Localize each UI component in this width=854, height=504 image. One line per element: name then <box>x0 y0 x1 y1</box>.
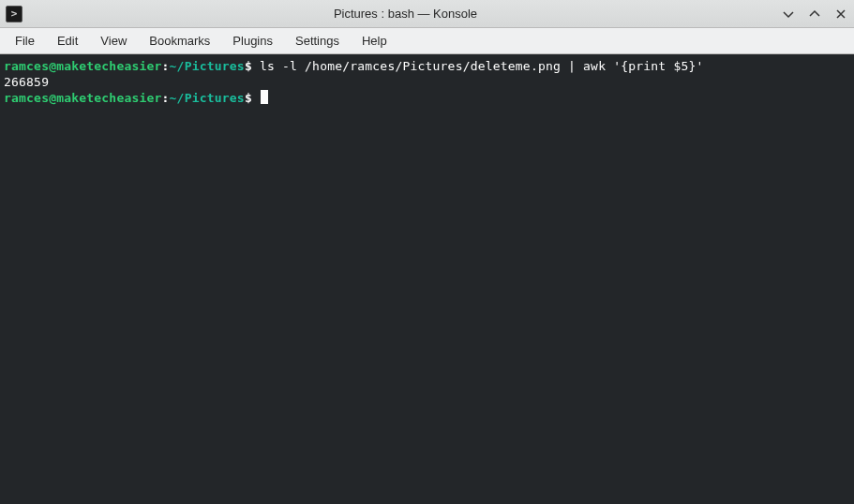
prompt-symbol: $ <box>245 91 252 105</box>
window-controls <box>781 7 848 22</box>
terminal-line: ramces@maketecheasier:~/Pictures$ <box>4 90 850 106</box>
command-text <box>252 59 260 73</box>
terminal-viewport[interactable]: ramces@maketecheasier:~/Pictures$ ls -l … <box>0 54 854 504</box>
menu-help[interactable]: Help <box>351 30 398 52</box>
menu-bookmarks[interactable]: Bookmarks <box>138 30 221 52</box>
prompt-separator: : <box>162 91 170 105</box>
menubar: File Edit View Bookmarks Plugins Setting… <box>0 28 854 54</box>
prompt-path: ~/Pictures <box>170 91 245 105</box>
maximize-button[interactable] <box>807 7 822 22</box>
menu-plugins[interactable]: Plugins <box>221 30 284 52</box>
cursor-icon <box>261 90 268 104</box>
close-button[interactable] <box>833 7 848 22</box>
menu-settings[interactable]: Settings <box>284 30 351 52</box>
minimize-button[interactable] <box>781 7 796 22</box>
terminal-line: ramces@maketecheasier:~/Pictures$ ls -l … <box>4 58 850 74</box>
menu-view[interactable]: View <box>89 30 138 52</box>
menu-edit[interactable]: Edit <box>46 30 89 52</box>
terminal-line: 266859 <box>4 74 850 90</box>
prompt-user: ramces@maketecheasier <box>4 59 162 73</box>
output-text: 266859 <box>4 75 49 89</box>
app-icon-glyph: > <box>11 8 18 19</box>
menu-file[interactable]: File <box>4 30 46 52</box>
prompt-user: ramces@maketecheasier <box>4 91 162 105</box>
prompt-symbol: $ <box>245 59 252 73</box>
prompt-separator: : <box>162 59 170 73</box>
konsole-window: > Pictures : bash — Konsole File Edit Vi… <box>0 0 854 504</box>
command-text: ls -l /home/ramces/Pictures/deleteme.png… <box>260 59 704 73</box>
titlebar: > Pictures : bash — Konsole <box>0 0 854 28</box>
prompt-path: ~/Pictures <box>170 59 245 73</box>
command-text <box>252 91 260 105</box>
app-icon: > <box>6 6 22 22</box>
window-title: Pictures : bash — Konsole <box>30 7 781 21</box>
